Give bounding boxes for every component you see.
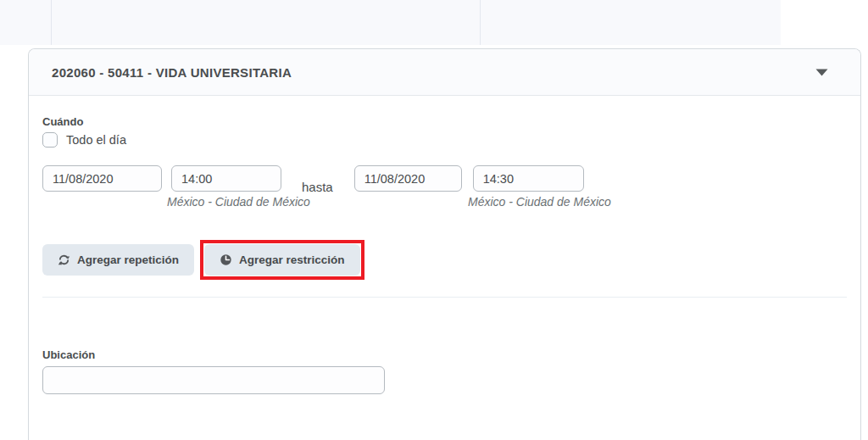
datetime-row: hasta bbox=[42, 165, 847, 192]
course-title: 202060 - 50411 - VIDA UNIVERSITARIA bbox=[52, 65, 292, 80]
location-input[interactable] bbox=[42, 366, 385, 394]
add-restriction-label: Agregar restricción bbox=[239, 253, 345, 266]
end-date-input[interactable] bbox=[354, 165, 462, 192]
all-day-label: Todo el día bbox=[66, 133, 126, 147]
section-divider bbox=[42, 297, 847, 298]
column-divider bbox=[51, 0, 52, 45]
start-time-input[interactable] bbox=[171, 165, 281, 192]
when-label: Cuándo bbox=[42, 115, 847, 128]
course-accordion-header[interactable]: 202060 - 50411 - VIDA UNIVERSITARIA bbox=[29, 49, 860, 96]
panel-body: Cuándo Todo el día hasta México - Ciudad… bbox=[29, 96, 860, 394]
partial-content-above bbox=[0, 0, 781, 45]
red-highlight-box: Agregar restricción bbox=[200, 240, 364, 280]
all-day-row: Todo el día bbox=[42, 132, 847, 148]
clock-icon bbox=[220, 253, 232, 266]
buttons-row: Agregar repetición Agregar restricción bbox=[42, 240, 847, 280]
end-time-input[interactable] bbox=[473, 165, 584, 192]
timezone-row: México - Ciudad de México México - Ciuda… bbox=[42, 195, 847, 209]
add-restriction-button[interactable]: Agregar restricción bbox=[204, 244, 360, 276]
start-timezone-label: México - Ciudad de México bbox=[167, 195, 310, 209]
location-label: Ubicación bbox=[42, 348, 847, 361]
column-divider bbox=[480, 0, 481, 45]
start-date-input[interactable] bbox=[42, 165, 162, 192]
add-repeat-button[interactable]: Agregar repetición bbox=[42, 244, 194, 276]
add-repeat-label: Agregar repetición bbox=[77, 253, 179, 266]
event-course-panel: 202060 - 50411 - VIDA UNIVERSITARIA Cuán… bbox=[28, 48, 861, 440]
chevron-down-icon[interactable] bbox=[815, 69, 828, 76]
until-label: hasta bbox=[302, 180, 333, 194]
repeat-icon bbox=[58, 253, 70, 266]
all-day-checkbox[interactable] bbox=[42, 132, 58, 148]
end-timezone-label: México - Ciudad de México bbox=[468, 195, 611, 209]
